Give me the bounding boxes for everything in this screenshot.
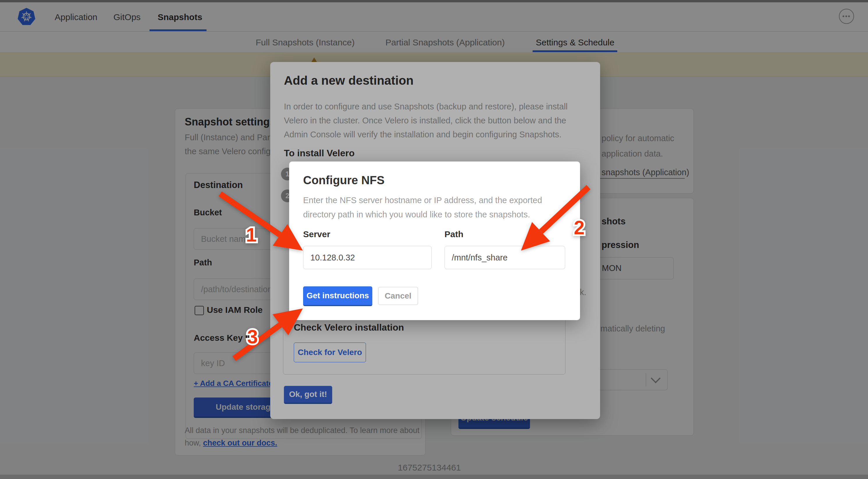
annotation-badge-2: 2 (574, 217, 585, 238)
annotation-layer: 1 2 3 (0, 0, 868, 479)
annotation-arrow-1 (220, 194, 303, 250)
annotation-badge-3: 3 (247, 326, 258, 348)
annotation-arrow-3 (234, 308, 303, 359)
annotation-badge-1: 1 (246, 224, 257, 246)
